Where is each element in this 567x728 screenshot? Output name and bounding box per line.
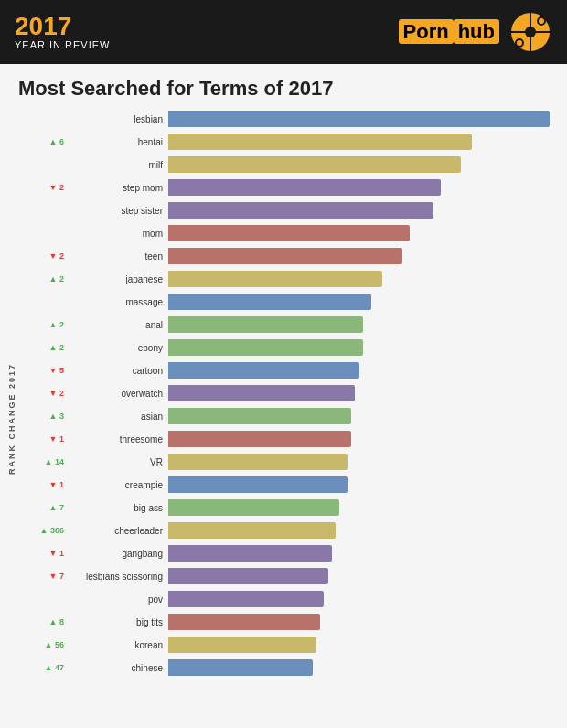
rank-change: ▼ 1 (20, 480, 68, 489)
bar-row: ▼ 1 threesome (20, 428, 558, 450)
bar-wrapper (168, 545, 558, 562)
bar (168, 179, 441, 196)
chart-container: RANK CHANGE 2017 lesbian ▲ 6 hentai milf… (0, 108, 567, 728)
bar (168, 476, 348, 493)
bar-row: ▲ 14 VR (20, 451, 558, 473)
bar-label: lesbian (68, 114, 168, 124)
logo-text-before: Porn (399, 19, 454, 44)
bar (168, 339, 363, 356)
bar-label: anal (68, 320, 168, 330)
main-title: Most Searched for Terms of 2017 (0, 64, 567, 108)
bar-row: ▲ 2 anal (20, 314, 558, 336)
bar-wrapper (168, 568, 558, 584)
bar-label: threesome (68, 434, 168, 444)
bar-row: ▼ 1 creampie (20, 474, 558, 496)
bar (168, 111, 550, 127)
bar-wrapper (168, 202, 558, 219)
bar-wrapper (168, 431, 558, 447)
bar-wrapper (168, 659, 558, 676)
rank-change: ▲ 2 (20, 320, 68, 329)
bar-label: overwatch (68, 389, 168, 399)
bar-row: ▼ 7 lesbians scissoring (20, 565, 558, 587)
rank-change: ▼ 2 (20, 183, 68, 192)
rank-change: ▲ 56 (20, 640, 68, 649)
bar-wrapper (168, 454, 558, 470)
bar-row: ▲ 2 ebony (20, 337, 558, 359)
bar (168, 545, 332, 562)
bar-label: cheerleader (68, 526, 168, 536)
bar-row: ▲ 2 japanese (20, 268, 558, 290)
bar-label: milf (68, 160, 168, 170)
bar (168, 362, 359, 379)
bar (168, 637, 316, 653)
bar-wrapper (168, 134, 558, 150)
bar-wrapper (168, 179, 558, 196)
rank-change: ▲ 7 (20, 503, 68, 512)
bar-wrapper (168, 522, 558, 539)
logo-brand: hub (454, 19, 499, 44)
bar-row: ▼ 2 step mom (20, 177, 558, 198)
bar-row: pov (20, 588, 558, 610)
bar (168, 659, 313, 676)
bar-label: korean (68, 640, 168, 650)
bar (168, 156, 461, 173)
bar-label: teen (68, 252, 168, 262)
bar-wrapper (168, 248, 558, 264)
rank-change: ▼ 2 (20, 252, 68, 261)
logo-icon (508, 10, 552, 54)
bar (168, 522, 336, 539)
bar-row: step sister (20, 199, 558, 221)
bar-wrapper (168, 225, 558, 241)
bar-label: gangbang (68, 549, 168, 559)
bar-label: big tits (68, 617, 168, 627)
rank-change: ▲ 14 (20, 457, 68, 466)
bar (168, 271, 382, 287)
rank-change: ▲ 3 (20, 412, 68, 421)
bar-row: ▲ 366 cheerleader (20, 519, 558, 541)
bar-row: ▲ 8 big tits (20, 611, 558, 633)
bar-row: ▲ 6 hentai (20, 131, 558, 153)
year-subtitle: YEAR IN REVIEW (15, 39, 110, 50)
bar (168, 614, 320, 630)
bar-row: ▼ 2 overwatch (20, 382, 558, 404)
bar-wrapper (168, 591, 558, 607)
bar (168, 591, 324, 607)
bar (168, 316, 363, 333)
rank-change: ▲ 47 (20, 663, 68, 672)
bar-label: hentai (68, 137, 168, 147)
bar-wrapper (168, 385, 558, 401)
bar-label: ebony (68, 343, 168, 353)
bar-label: chinese (68, 663, 168, 673)
bar-row: ▼ 5 cartoon (20, 359, 558, 381)
bar-row: ▲ 7 big ass (20, 497, 558, 519)
bar-row: milf (20, 154, 558, 176)
bar-label: massage (68, 297, 168, 307)
rank-change: ▼ 7 (20, 572, 68, 581)
bar-wrapper (168, 614, 558, 630)
bar-row: mom (20, 222, 558, 244)
rank-change: ▼ 2 (20, 389, 68, 398)
bar (168, 225, 410, 241)
rank-change: ▼ 1 (20, 549, 68, 558)
bar (168, 454, 348, 470)
bar-row: lesbian (20, 108, 558, 130)
bar-label: VR (68, 457, 168, 467)
bar-row: ▲ 47 chinese (20, 657, 558, 679)
bar-wrapper (168, 294, 558, 310)
bar-wrapper (168, 408, 558, 424)
bar-wrapper (168, 339, 558, 356)
bar-wrapper (168, 476, 558, 493)
bar-label: creampie (68, 480, 168, 490)
bar-wrapper (168, 362, 558, 379)
bar (168, 294, 371, 310)
bar-row: ▼ 1 gangbang (20, 542, 558, 564)
bar-row: ▲ 3 asian (20, 405, 558, 427)
bar (168, 134, 472, 150)
rank-change: ▲ 366 (20, 526, 68, 535)
rank-change: ▼ 5 (20, 366, 68, 375)
bar-label: big ass (68, 503, 168, 513)
bar (168, 408, 351, 424)
header: 2017 YEAR IN REVIEW Pornhub (0, 0, 567, 64)
bar-wrapper (168, 499, 558, 516)
bar-wrapper (168, 111, 558, 127)
